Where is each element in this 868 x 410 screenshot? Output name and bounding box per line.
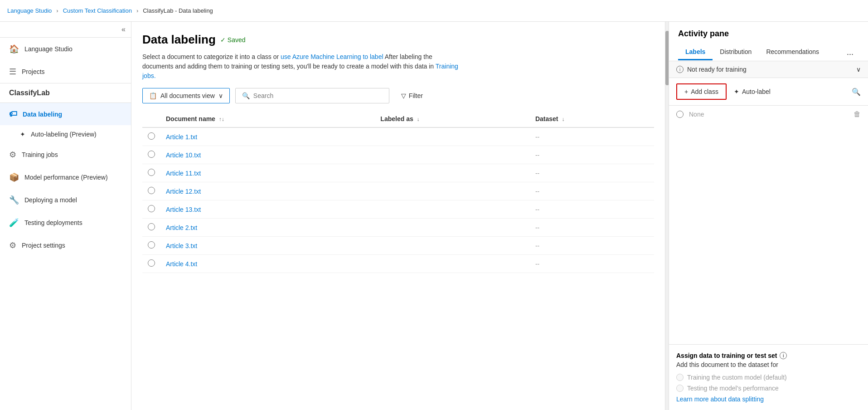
status-text: Not ready for training xyxy=(687,66,747,73)
table-row: Article 12.txt -- xyxy=(142,182,654,200)
row-doc-name[interactable]: Article 13.txt xyxy=(160,200,375,219)
auto-label-icon: ✦ xyxy=(20,131,25,138)
row-doc-name[interactable]: Article 10.txt xyxy=(160,146,375,164)
sidebar-label-testing-deployments: Testing deployments xyxy=(24,219,82,226)
tab-recommendations[interactable]: Recommendations xyxy=(759,44,826,60)
training-icon: ⚙ xyxy=(9,150,16,160)
search-box[interactable]: 🔍 xyxy=(235,88,389,103)
tab-labels[interactable]: Labels xyxy=(678,44,713,60)
pane-search-button[interactable]: 🔍 xyxy=(852,88,861,96)
filter-button[interactable]: ▽ Filter xyxy=(395,88,429,103)
sidebar-label-project-settings: Project settings xyxy=(22,242,65,249)
table-row: Article 13.txt -- xyxy=(142,200,654,219)
auto-label-button[interactable]: ✦ Auto-label xyxy=(734,88,771,95)
table-header: Document name ↑↓ Labeled as ↓ Dataset ↓ xyxy=(142,111,654,127)
table-row: Article 2.txt -- xyxy=(142,219,654,237)
row-radio[interactable] xyxy=(148,151,155,158)
settings-icon: ⚙ xyxy=(9,240,16,250)
row-labeled-as xyxy=(375,255,530,273)
sidebar-item-deploying-model[interactable]: 🔧 Deploying a model xyxy=(0,189,131,211)
col-labeled-as[interactable]: Labeled as ↓ xyxy=(375,111,530,127)
row-radio-cell xyxy=(142,182,160,200)
doc-link[interactable]: Article 12.txt xyxy=(166,188,201,195)
status-chevron-icon[interactable]: ∨ xyxy=(856,66,861,73)
home-icon: 🏠 xyxy=(9,44,19,54)
doc-link[interactable]: Article 4.txt xyxy=(166,260,197,268)
scrollbar-track[interactable] xyxy=(665,22,669,410)
assign-subtitle: Add this document to the dataset for xyxy=(676,361,861,368)
sidebar-item-language-studio[interactable]: 🏠 Language Studio xyxy=(0,38,131,60)
row-radio[interactable] xyxy=(148,223,155,230)
class-radio-none[interactable] xyxy=(676,111,684,118)
plus-icon: + xyxy=(684,88,688,95)
radio-training[interactable] xyxy=(676,374,684,381)
sidebar-item-training-jobs[interactable]: ⚙ Training jobs xyxy=(0,143,131,166)
model-icon: 📦 xyxy=(9,172,19,182)
view-dropdown-button[interactable]: 📋 All documents view ∨ xyxy=(142,88,230,103)
main-content: Data labeling ✓ Saved Select a document … xyxy=(131,22,665,410)
doc-link[interactable]: Article 1.txt xyxy=(166,133,197,141)
table-body: Article 1.txt -- Article 10.txt -- Artic… xyxy=(142,127,654,273)
sidebar-item-project-settings[interactable]: ⚙ Project settings xyxy=(0,234,131,257)
test-icon: 🧪 xyxy=(9,218,19,228)
row-doc-name[interactable]: Article 11.txt xyxy=(160,164,375,182)
table-row: Article 11.txt -- xyxy=(142,164,654,182)
pane-header: Activity pane Labels Distribution Recomm… xyxy=(669,22,868,61)
sidebar-item-testing-deployments[interactable]: 🧪 Testing deployments xyxy=(0,211,131,234)
main-layout: « 🏠 Language Studio ☰ Projects ClassifyL… xyxy=(0,22,868,410)
row-doc-name[interactable]: Article 1.txt xyxy=(160,127,375,146)
learn-more-link[interactable]: Learn more about data splitting xyxy=(676,395,861,403)
pane-tabs: Labels Distribution Recommendations ... xyxy=(678,44,859,61)
scrollbar-thumb[interactable] xyxy=(665,31,669,85)
assign-title: Assign data to training or test set i xyxy=(676,352,861,359)
desc-part1: Select a document to categorize it into … xyxy=(142,53,281,60)
row-doc-name[interactable]: Article 3.txt xyxy=(160,237,375,255)
table-row: Article 4.txt -- xyxy=(142,255,654,273)
tab-distribution[interactable]: Distribution xyxy=(713,44,759,60)
sidebar-item-data-labeling[interactable]: 🏷 Data labeling xyxy=(0,103,131,125)
doc-link[interactable]: Article 13.txt xyxy=(166,206,201,213)
search-icon: 🔍 xyxy=(242,92,250,99)
radio-testing[interactable] xyxy=(676,385,684,392)
doc-link[interactable]: Article 11.txt xyxy=(166,170,201,177)
doc-link[interactable]: Article 10.txt xyxy=(166,151,201,159)
desc-link1[interactable]: use Azure Machine Learning to label xyxy=(281,53,383,60)
add-class-label: Add class xyxy=(691,88,718,95)
chevron-down-icon: ∨ xyxy=(218,92,223,99)
breadcrumb-sep-1: › xyxy=(56,7,58,14)
delete-class-button[interactable]: 🗑 xyxy=(853,110,861,118)
add-class-button[interactable]: + Add class xyxy=(676,83,727,100)
labeled-as-sort-icon[interactable]: ↓ xyxy=(417,116,420,122)
row-doc-name[interactable]: Article 12.txt xyxy=(160,182,375,200)
col-doc-name[interactable]: Document name ↑↓ xyxy=(160,111,375,127)
status-left: i Not ready for training xyxy=(676,66,747,73)
sidebar-item-auto-labeling[interactable]: ✦ Auto-labeling (Preview) xyxy=(0,125,131,143)
doc-link[interactable]: Article 3.txt xyxy=(166,242,197,249)
search-input[interactable] xyxy=(253,92,383,99)
tab-more[interactable]: ... xyxy=(841,44,859,61)
sidebar-item-model-performance[interactable]: 📦 Model performance (Preview) xyxy=(0,166,131,189)
row-dataset: -- xyxy=(530,219,654,237)
row-radio[interactable] xyxy=(148,205,155,212)
row-doc-name[interactable]: Article 2.txt xyxy=(160,219,375,237)
sidebar-collapse-button[interactable]: « xyxy=(121,25,126,34)
row-radio[interactable] xyxy=(148,259,155,267)
col-dataset[interactable]: Dataset ↓ xyxy=(530,111,654,127)
row-radio[interactable] xyxy=(148,132,155,140)
dataset-sort-icon[interactable]: ↓ xyxy=(562,116,564,122)
row-radio[interactable] xyxy=(148,241,155,249)
row-radio-cell xyxy=(142,164,160,182)
row-doc-name[interactable]: Article 4.txt xyxy=(160,255,375,273)
radio-testing-label: Testing the model's performance xyxy=(687,385,779,392)
breadcrumb-custom-text[interactable]: Custom Text Classification xyxy=(63,7,132,14)
row-radio[interactable] xyxy=(148,187,155,194)
data-table: Document name ↑↓ Labeled as ↓ Dataset ↓ xyxy=(142,111,654,273)
sidebar-label-data-labeling: Data labeling xyxy=(23,111,62,118)
breadcrumb-language-studio[interactable]: Language Studio xyxy=(7,7,52,14)
row-radio[interactable] xyxy=(148,169,155,176)
sidebar-label-training-jobs: Training jobs xyxy=(22,151,58,158)
sidebar-label-projects: Projects xyxy=(22,68,45,75)
doc-link[interactable]: Article 2.txt xyxy=(166,224,197,231)
doc-name-sort-icon[interactable]: ↑↓ xyxy=(219,116,224,122)
sidebar-item-projects[interactable]: ☰ Projects xyxy=(0,60,131,83)
